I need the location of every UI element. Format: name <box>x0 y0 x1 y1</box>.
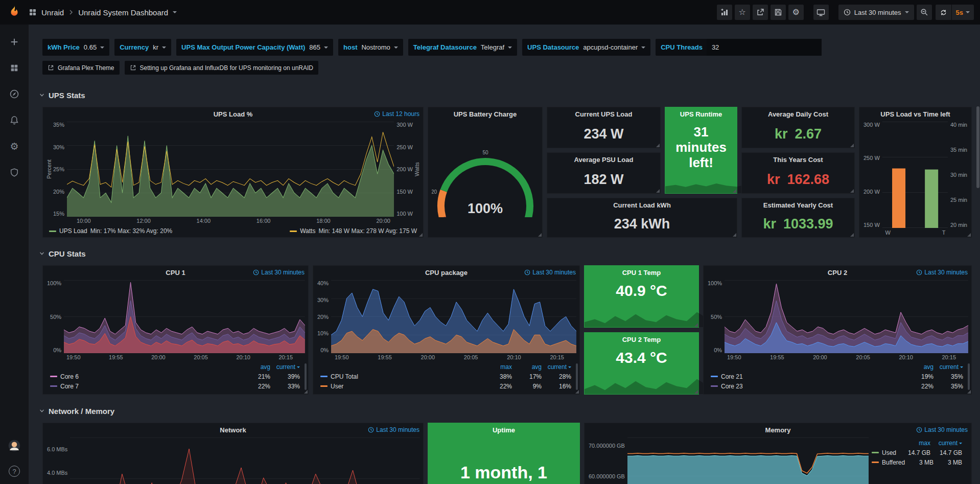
panel-title[interactable]: UPS Runtime <box>680 110 722 118</box>
panel-title[interactable]: CPU 2 Temp <box>622 336 661 343</box>
panel-current-load-kwh: Current Load kWh 234 kWh <box>547 198 737 238</box>
panel-time-override[interactable]: Last 30 minutes <box>524 269 576 276</box>
star-dashboard-button[interactable]: ☆ <box>735 5 750 20</box>
sidebar-item-create[interactable] <box>8 36 20 48</box>
legend-series-toggle[interactable]: Core 6 <box>50 373 241 380</box>
legend-scrollbar[interactable] <box>968 363 970 390</box>
add-panel-button[interactable] <box>717 5 732 20</box>
ups-load-chart[interactable] <box>67 122 394 217</box>
legend-series-toggle[interactable]: Used <box>872 449 899 456</box>
section-cpu-stats[interactable]: CPU Stats <box>39 248 86 259</box>
gear-icon: ⚙ <box>792 8 800 16</box>
panel-title[interactable]: Current UPS Load <box>575 110 633 118</box>
grafana-logo[interactable] <box>0 0 29 25</box>
legend-sort-max[interactable]: max <box>899 440 930 447</box>
legend-sort-current[interactable]: current <box>930 440 962 447</box>
legend-series-toggle[interactable]: Core 23 <box>711 383 904 390</box>
panel-title[interactable]: Average PSU Load <box>574 156 634 164</box>
panel-title[interactable]: UPS Battery Charge <box>454 110 517 118</box>
svg-text:50: 50 <box>482 150 488 155</box>
battery-gauge[interactable]: 02050100 100% <box>428 121 542 237</box>
page-scrollbar-thumb[interactable] <box>976 106 979 188</box>
panel-title[interactable]: CPU 1 <box>166 269 185 276</box>
variable-label: host <box>343 43 357 51</box>
dashboard-picker-caret-icon[interactable] <box>173 11 177 13</box>
panel-title[interactable]: Uptime <box>493 426 515 434</box>
cpu2-chart[interactable] <box>725 280 968 353</box>
sidebar-item-help[interactable]: ? <box>9 466 20 477</box>
panel-title[interactable]: UPS Load % <box>214 110 253 118</box>
link-ups-monitoring-guide[interactable]: Setting up Grafana and InfluxDB for UPS … <box>125 61 319 75</box>
legend-sort-current[interactable]: current <box>270 363 300 371</box>
legend-sort-avg[interactable]: avg <box>512 363 542 371</box>
panel-cpu-2: CPU 2 Last 30 minutes 100%50%0% 19:5019:… <box>703 265 972 395</box>
variable-label: CPU Threads <box>661 43 703 51</box>
legend-series-toggle[interactable]: Core 7 <box>50 383 241 390</box>
refresh-dashboard-button[interactable] <box>936 5 951 20</box>
legend-sort-current[interactable]: current <box>934 363 963 371</box>
axis-tick: 200 W <box>396 166 413 172</box>
axis-tick: 100% <box>47 280 61 286</box>
memory-chart[interactable] <box>627 437 869 484</box>
breadcrumb-folder[interactable]: Unraid <box>41 8 64 17</box>
variable-telegraf-datasource[interactable]: Telegraf Datasource Telegraf <box>408 39 517 56</box>
legend-series-toggle[interactable]: WattsMin: 148 W Max: 278 W Avg: 175 W <box>290 227 417 235</box>
sidebar-user-avatar[interactable] <box>8 440 20 452</box>
sidebar-item-dashboards[interactable] <box>8 62 20 74</box>
ups-bar-chart[interactable] <box>882 122 948 228</box>
breadcrumb: Unraid Unraid System Dashboard <box>29 8 177 17</box>
tv-mode-button[interactable] <box>813 5 829 20</box>
sidebar-item-alerting[interactable] <box>8 114 20 126</box>
legend-series-toggle[interactable]: CPU Total <box>320 373 482 380</box>
legend-sort-current[interactable]: current <box>542 363 571 371</box>
panel-time-override[interactable]: Last 30 minutes <box>368 426 419 433</box>
panel-title[interactable]: CPU 1 Temp <box>622 269 661 276</box>
panel-title[interactable]: UPS Load vs Time left <box>880 110 950 118</box>
refresh-interval-picker[interactable]: 5s <box>952 5 974 20</box>
panel-title[interactable]: CPU package <box>425 269 468 276</box>
section-network-memory[interactable]: Network / Memory <box>39 405 114 417</box>
legend-sort-avg[interactable]: avg <box>904 363 934 371</box>
legend-scrollbar[interactable] <box>305 363 307 390</box>
legend-sort-max[interactable]: max <box>482 363 512 371</box>
legend-scrollbar[interactable] <box>576 363 578 390</box>
panel-time-override[interactable]: Last 30 minutes <box>916 426 968 433</box>
zoom-out-time-button[interactable] <box>917 5 932 20</box>
variable-ups-max-output[interactable]: UPS Max Output Power Capacity (Watt) 865 <box>176 39 333 56</box>
panel-title[interactable]: Network <box>220 426 246 434</box>
cpu-threads-input[interactable]: 32 <box>707 39 822 56</box>
cpu-package-chart[interactable] <box>331 280 576 353</box>
sidebar-item-configuration[interactable]: ⚙ <box>8 140 20 152</box>
sidebar-item-explore[interactable] <box>8 88 20 100</box>
variable-ups-datasource[interactable]: UPS Datasource apcupsd-container <box>522 39 650 56</box>
sidebar-item-server-admin[interactable] <box>8 166 20 178</box>
panel-time-override[interactable]: Last 30 minutes <box>253 269 305 276</box>
panel-time-override[interactable]: Last 12 hours <box>374 110 419 118</box>
panel-title[interactable]: Average Daily Cost <box>768 110 828 118</box>
panel-time-override[interactable]: Last 30 minutes <box>916 269 968 276</box>
legend-series-toggle[interactable]: User <box>320 383 482 390</box>
time-range-picker[interactable]: Last 30 minutes <box>838 5 914 20</box>
axis-tick: W <box>885 229 890 236</box>
legend-sort-avg[interactable]: avg <box>241 363 270 371</box>
save-dashboard-button[interactable] <box>771 5 786 20</box>
cpu1-chart[interactable] <box>64 280 305 353</box>
dashboard-settings-button[interactable]: ⚙ <box>788 5 804 20</box>
share-dashboard-button[interactable] <box>753 5 768 20</box>
legend-series-toggle[interactable]: UPS LoadMin: 17% Max: 32% Avg: 20% <box>49 227 172 235</box>
legend-series-toggle[interactable]: Buffered <box>872 459 905 466</box>
panel-title[interactable]: Estimated Yearly Cost <box>763 201 833 209</box>
panel-title[interactable]: Current Load kWh <box>613 201 671 209</box>
variable-currency[interactable]: Currency kr <box>114 39 171 56</box>
panel-title[interactable]: CPU 2 <box>828 269 847 276</box>
link-grafana-plex-theme[interactable]: Grafana Plex Theme <box>42 61 120 75</box>
variable-host[interactable]: host Nostromo <box>338 39 403 56</box>
legend-series-toggle[interactable]: Core 21 <box>711 373 904 380</box>
panel-title[interactable]: This Years Cost <box>773 156 823 164</box>
section-ups-stats[interactable]: UPS Stats <box>39 89 85 101</box>
variable-kwh-price[interactable]: kWh Price 0.65 <box>42 39 109 56</box>
network-chart[interactable] <box>70 437 420 484</box>
panel-title[interactable]: Memory <box>765 426 791 434</box>
breadcrumb-dashboard-title[interactable]: Unraid System Dashboard <box>78 8 168 17</box>
page-scrollbar <box>976 25 980 484</box>
